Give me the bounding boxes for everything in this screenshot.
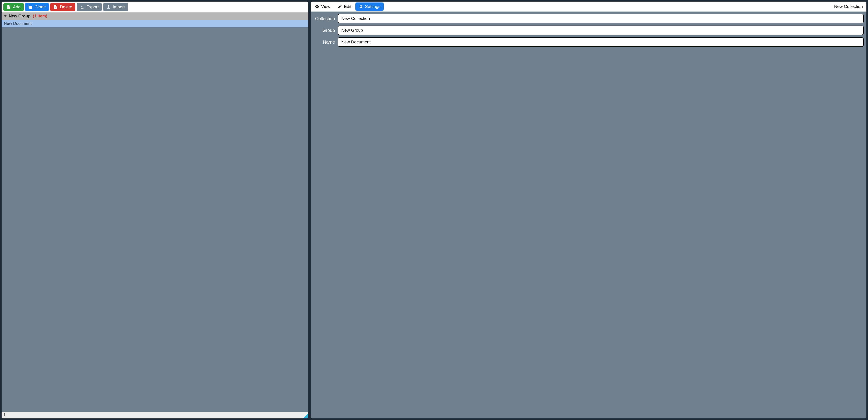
- import-button-label: Import: [113, 4, 125, 9]
- import-button[interactable]: Import: [103, 3, 128, 11]
- delete-button-label: Delete: [60, 4, 72, 9]
- file-minus-icon: [53, 5, 58, 9]
- file-plus-icon: [6, 5, 11, 9]
- download-icon: [80, 5, 84, 9]
- form-row-name: Name: [314, 37, 864, 47]
- add-button[interactable]: Add: [3, 3, 24, 11]
- tab-edit-label: Edit: [344, 4, 351, 9]
- panel-title: New Collection: [834, 4, 864, 9]
- clone-button-label: Clone: [35, 4, 46, 9]
- clone-button[interactable]: Clone: [25, 3, 49, 11]
- footer-count: 1: [3, 413, 6, 417]
- sidebar-toolbar: Add Clone Delete Export Import: [2, 2, 308, 12]
- form-row-collection: Collection: [314, 14, 864, 23]
- export-button-label: Export: [86, 4, 99, 9]
- tab-settings-label: Settings: [365, 4, 380, 9]
- document-list: New Document: [2, 20, 308, 412]
- name-input[interactable]: [338, 37, 864, 47]
- list-item[interactable]: New Document: [2, 20, 308, 28]
- sidebar-panel: Add Clone Delete Export Import: [1, 1, 309, 419]
- sidebar-footer: 1: [2, 412, 308, 418]
- gear-icon: [359, 4, 363, 9]
- name-label: Name: [314, 40, 335, 45]
- pencil-icon: [338, 4, 342, 9]
- group-input[interactable]: [338, 26, 864, 35]
- tab-view-label: View: [321, 4, 331, 9]
- eye-icon: [315, 4, 319, 9]
- delete-button[interactable]: Delete: [50, 3, 75, 11]
- form-row-group: Group: [314, 26, 864, 35]
- settings-form: Collection Group Name: [311, 11, 866, 49]
- group-name: New Group: [9, 14, 31, 19]
- export-button[interactable]: Export: [77, 3, 102, 11]
- tab-edit[interactable]: Edit: [334, 2, 354, 11]
- collection-input[interactable]: [338, 14, 864, 23]
- upload-icon: [106, 5, 111, 9]
- add-button-label: Add: [13, 4, 21, 9]
- tab-settings[interactable]: Settings: [355, 2, 384, 11]
- group-count: (1 item): [33, 14, 47, 19]
- tab-bar: View Edit Settings New Collection: [311, 2, 866, 11]
- list-item-label: New Document: [4, 21, 32, 26]
- group-header[interactable]: New Group (1 item): [2, 12, 308, 20]
- chevron-down-icon: [4, 15, 6, 17]
- collection-label: Collection: [314, 16, 335, 21]
- main-panel: View Edit Settings New Collection Collec…: [310, 1, 867, 419]
- tab-view[interactable]: View: [312, 2, 334, 11]
- group-label: Group: [314, 28, 335, 33]
- copy-icon: [28, 5, 33, 9]
